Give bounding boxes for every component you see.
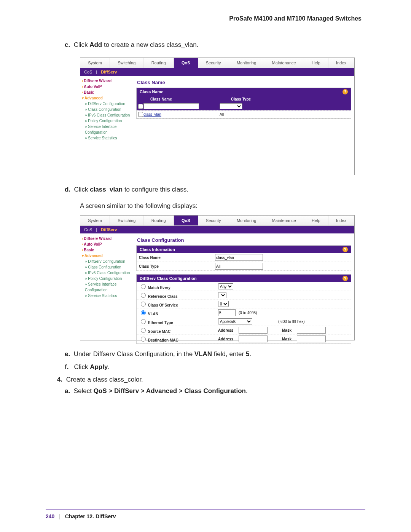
nav-auto-voip[interactable]: ›Auto VoIP [82, 84, 131, 89]
cos-select[interactable]: 0 [218, 301, 229, 307]
radio-match-every[interactable] [141, 284, 146, 289]
vlan-input[interactable] [218, 309, 236, 316]
step-d-pre: Click [74, 186, 90, 193]
class-name-input[interactable] [143, 103, 199, 109]
tab-security-2[interactable]: Security [198, 216, 229, 225]
sub-tab-bar: CoS | DiffServ [80, 68, 354, 76]
panel-title-class-info: Class Information [140, 247, 175, 252]
ethernet-type-select[interactable]: Appletalk [218, 318, 252, 324]
eth-range: ( 600 to ffff hex) [278, 320, 305, 324]
tab-system-2[interactable]: System [80, 216, 110, 225]
reference-class-select[interactable] [218, 292, 226, 298]
col-class-type: Class Type [229, 97, 351, 101]
tab-bar-2: System Switching Routing QoS Security Mo… [80, 216, 354, 226]
tab-help-2[interactable]: Help [304, 216, 328, 225]
nav-diffserv-config[interactable]: » DiffServ Configuration [85, 101, 131, 107]
step-f: f. Click Apply. [65, 362, 365, 372]
lbl-class-name: Class Name [139, 256, 215, 260]
side-nav: ›Diffserv Wizard ›Auto VoIP ›Basic ▾Adva… [80, 76, 133, 175]
step-d: d. Click class_vlan to configure this cl… [65, 184, 365, 195]
page-footer: 240 | Chapter 12. DiffServ [46, 510, 365, 519]
radio-ethernet-type[interactable] [141, 319, 146, 324]
radio-cos[interactable] [141, 302, 146, 307]
step-c-post: to create a new class class_vlan. [104, 41, 199, 48]
nav-service-interface-config[interactable]: » Service Interface Configuration [85, 124, 131, 135]
nav2-service-statistics[interactable]: » Service Statistics [85, 293, 131, 299]
tab-qos[interactable]: QoS [174, 58, 198, 68]
nav2-diffserv-wizard[interactable]: ›Diffserv Wizard [82, 236, 131, 241]
nav2-policy-config[interactable]: » Policy Configuration [85, 276, 131, 281]
diffserv-class-config-panel: DiffServ Class Configuration ? Match Eve… [136, 274, 351, 344]
tab-routing[interactable]: Routing [143, 58, 174, 68]
dst-addr-lbl: Address [218, 337, 233, 341]
tab-system[interactable]: System [80, 58, 110, 68]
tab-help[interactable]: Help [304, 58, 328, 68]
tab-switching[interactable]: Switching [110, 58, 143, 68]
lbl-class-type: Class Type [139, 264, 215, 268]
subtab-cos[interactable]: CoS [84, 70, 92, 74]
dst-mac-mask[interactable] [297, 335, 326, 342]
tab-routing-2[interactable]: Routing [143, 216, 174, 225]
col-class-name: Class Name [148, 97, 229, 101]
row1-type: All [220, 112, 351, 117]
nav2-diffserv-config[interactable]: » DiffServ Configuration [85, 259, 131, 264]
step-d-post: to configure this class. [124, 186, 188, 193]
radio-source-mac[interactable] [141, 328, 146, 333]
tab-monitoring-2[interactable]: Monitoring [229, 216, 264, 225]
nav-basic[interactable]: ›Basic [82, 89, 131, 95]
tab-maintenance[interactable]: Maintenance [264, 58, 304, 68]
step-e: e. Under Diffserv Class Configuration, i… [65, 349, 365, 359]
tab-switching-2[interactable]: Switching [110, 216, 143, 225]
class-vlan-link[interactable]: class_vlan [143, 112, 161, 117]
section-title: Class Name [137, 80, 351, 85]
subtab-diffserv-2[interactable]: DiffServ [101, 227, 117, 232]
nav-service-statistics[interactable]: » Service Statistics [85, 135, 131, 141]
nav2-auto-voip[interactable]: ›Auto VoIP [82, 241, 131, 247]
panel-title: Class Name [140, 89, 163, 94]
radio-destination-mac[interactable] [141, 337, 146, 342]
help-icon[interactable]: ? [342, 89, 348, 94]
tab-index[interactable]: Index [328, 58, 354, 68]
match-every-select[interactable]: Any [218, 283, 233, 289]
step-e-prefix: e. [65, 350, 70, 358]
class-name-field[interactable] [215, 254, 263, 261]
class-type-field [215, 263, 263, 270]
nav-diffserv-wizard[interactable]: ›Diffserv Wizard [82, 78, 131, 84]
help-icon-3[interactable]: ? [342, 276, 348, 281]
radio-vlan[interactable] [141, 310, 146, 315]
nav-policy-config[interactable]: » Policy Configuration [85, 118, 131, 124]
radio-reference-class[interactable] [141, 293, 146, 298]
src-mac-mask[interactable] [297, 327, 326, 334]
dst-mac-address[interactable] [239, 335, 268, 342]
tab-maintenance-2[interactable]: Maintenance [264, 216, 304, 225]
nav-ipv6-class-config[interactable]: » IPv6 Class Configuration [85, 112, 131, 118]
chapter-label: Chapter 12. DiffServ [65, 513, 116, 519]
help-icon-2[interactable]: ? [342, 247, 348, 252]
row-select-1[interactable] [138, 112, 143, 117]
row-select-all[interactable] [138, 104, 143, 109]
subtab-diffserv[interactable]: DiffServ [101, 70, 117, 74]
nav2-ipv6-class-config[interactable]: » IPv6 Class Configuration [85, 270, 131, 276]
class-name-panel: Class Name ? Class Name Class Type [136, 88, 351, 119]
dst-mask-lbl: Mask [282, 337, 292, 341]
nav-advanced[interactable]: ▾Advanced [82, 95, 131, 101]
subtab-cos-2[interactable]: CoS [84, 227, 92, 232]
nav2-service-interface-config[interactable]: » Service Interface Configuration [85, 281, 131, 293]
step-4: 4. Create a class class_color. [57, 376, 365, 383]
tab-security[interactable]: Security [198, 58, 229, 68]
tab-monitoring[interactable]: Monitoring [229, 58, 264, 68]
nav2-basic[interactable]: ›Basic [82, 247, 131, 253]
sub-tab-bar-2: CoS | DiffServ [80, 226, 354, 233]
class-type-select[interactable] [220, 103, 242, 109]
src-mac-address[interactable] [239, 327, 268, 334]
nav-class-config[interactable]: » Class Configuration [85, 107, 131, 112]
tab-index-2[interactable]: Index [328, 216, 354, 225]
tab-bar: System Switching Routing QoS Security Mo… [80, 58, 354, 68]
step-c-bold: Add [89, 41, 102, 48]
tab-qos-2[interactable]: QoS [174, 216, 198, 225]
vlan-range: (0 to 4095) [239, 311, 257, 315]
section-title-2: Class Configuration [137, 237, 351, 243]
nav2-class-config[interactable]: » Class Configuration [85, 264, 131, 270]
nav2-advanced[interactable]: ▾Advanced [82, 253, 131, 259]
step-c-prefix: c. [65, 41, 70, 48]
